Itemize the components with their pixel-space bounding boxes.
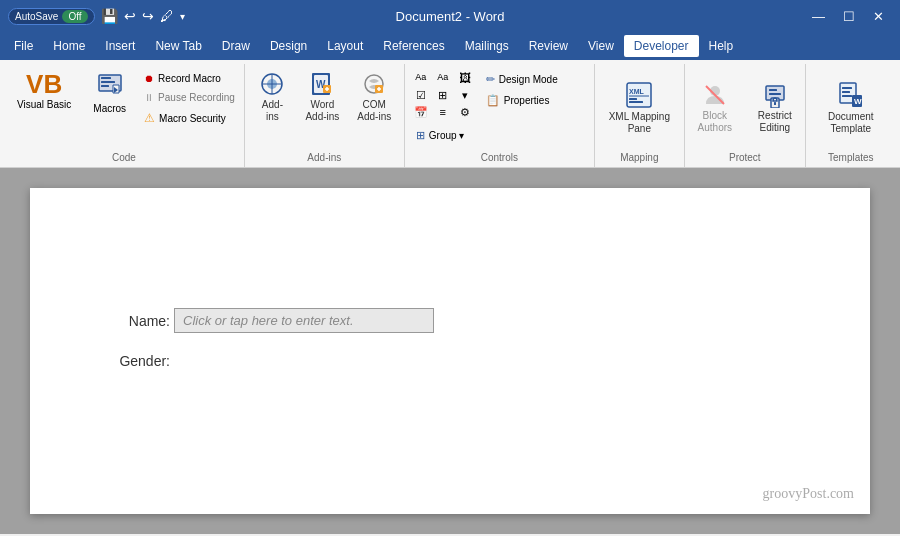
menu-layout[interactable]: Layout <box>317 35 373 57</box>
menu-view[interactable]: View <box>578 35 624 57</box>
svg-text:W: W <box>854 97 862 106</box>
addins-icon <box>259 71 285 99</box>
pause-icon: ⏸ <box>144 92 154 103</box>
design-mode-label: Design Mode <box>499 74 558 85</box>
record-icon: ⏺ <box>144 73 154 84</box>
macro-security-button[interactable]: ⚠ Macro Security <box>139 108 240 128</box>
name-label: Name: <box>110 313 170 329</box>
ctrl-date-icon[interactable]: 📅 <box>411 105 431 120</box>
mapping-group-label: Mapping <box>620 150 658 165</box>
undo-icon[interactable]: ↩ <box>124 8 136 24</box>
properties-button[interactable]: 📋 Properties <box>481 91 563 110</box>
ribbon: VB Visual Basic Macros <box>0 60 900 168</box>
menu-home[interactable]: Home <box>43 35 95 57</box>
maximize-button[interactable]: ☐ <box>835 5 863 28</box>
visual-basic-button[interactable]: VB Visual Basic <box>8 66 80 116</box>
autosave-label: AutoSave <box>15 11 58 22</box>
record-macro-label: Record Macro <box>158 73 221 84</box>
ribbon-group-addins: Add-ins W WordAdd-ins <box>245 64 405 167</box>
gender-label: Gender: <box>110 353 170 369</box>
menu-draw[interactable]: Draw <box>212 35 260 57</box>
menu-references[interactable]: References <box>373 35 454 57</box>
ribbon-group-controls: Aa Aa 🖼 ☑ ⊞ ▾ 📅 ≡ ⚙ ✏ Design Mode <box>405 64 595 167</box>
document-title: Document2 - Word <box>396 9 505 24</box>
ctrl-check-icon[interactable]: ☑ <box>411 88 431 103</box>
close-button[interactable]: ✕ <box>865 5 892 28</box>
word-addins-label: WordAdd-ins <box>305 99 339 123</box>
svg-rect-28 <box>769 89 777 91</box>
svg-rect-20 <box>627 83 651 107</box>
block-authors-label: BlockAuthors <box>698 110 732 134</box>
ribbon-group-code: VB Visual Basic Macros <box>4 64 245 167</box>
save-icon[interactable]: 💾 <box>101 8 118 24</box>
ctrl-dropdown-icon[interactable]: ▾ <box>455 88 475 103</box>
doc-content: Name: Click or tap here to enter text. G… <box>110 308 790 369</box>
menu-mailings[interactable]: Mailings <box>455 35 519 57</box>
menu-file[interactable]: File <box>4 35 43 57</box>
group-label: Group ▾ <box>429 130 465 141</box>
pause-recording-button[interactable]: ⏸ Pause Recording <box>139 89 240 106</box>
svg-rect-2 <box>101 81 115 83</box>
com-addins-button[interactable]: COMAdd-ins <box>350 66 398 128</box>
group-button[interactable]: ⊞ Group ▾ <box>411 126 470 145</box>
ctrl-aa-icon[interactable]: Aa <box>411 70 431 86</box>
menu-help[interactable]: Help <box>699 35 744 57</box>
menu-insert[interactable]: Insert <box>95 35 145 57</box>
xml-mapping-pane-button[interactable]: XML XML MappingPane <box>602 76 677 140</box>
templates-group-label: Templates <box>828 150 874 165</box>
autosave-badge[interactable]: AutoSave Off <box>8 8 95 25</box>
menu-newtab[interactable]: New Tab <box>145 35 211 57</box>
restrict-editing-label: RestrictEditing <box>758 110 792 134</box>
menubar: File Home Insert New Tab Draw Design Lay… <box>0 32 900 60</box>
addins-group-label: Add-ins <box>307 150 341 165</box>
block-authors-icon <box>702 82 728 110</box>
autosave-toggle[interactable]: Off <box>62 10 87 23</box>
svg-rect-33 <box>842 87 852 89</box>
xml-mapping-label: XML MappingPane <box>609 111 670 135</box>
name-field[interactable]: Click or tap here to enter text. <box>174 308 434 333</box>
addins-button[interactable]: Add-ins <box>250 66 294 128</box>
menu-review[interactable]: Review <box>519 35 578 57</box>
customize-icon[interactable]: 🖊 <box>160 8 174 24</box>
gender-row: Gender: <box>110 353 790 369</box>
visual-basic-icon: VB <box>26 71 62 97</box>
ctrl-aa2-icon[interactable]: Aa <box>433 70 453 86</box>
svg-rect-35 <box>842 95 852 97</box>
window-controls: — ☐ ✕ <box>804 5 892 28</box>
protect-group-label: Protect <box>729 150 761 165</box>
properties-icon: 📋 <box>486 94 500 107</box>
name-placeholder: Click or tap here to enter text. <box>183 313 354 328</box>
redo-icon[interactable]: ↪ <box>142 8 154 24</box>
design-mode-button[interactable]: ✏ Design Mode <box>481 70 563 89</box>
document-template-label: DocumentTemplate <box>828 111 874 135</box>
design-mode-icon: ✏ <box>486 73 495 86</box>
menu-developer[interactable]: Developer <box>624 35 699 57</box>
svg-rect-24 <box>629 101 643 103</box>
com-addins-label: COMAdd-ins <box>357 99 391 123</box>
titlebar: AutoSave Off 💾 ↩ ↪ 🖊 ▾ Document2 - Word … <box>0 0 900 32</box>
menu-design[interactable]: Design <box>260 35 317 57</box>
minimize-button[interactable]: — <box>804 5 833 28</box>
com-addins-icon <box>361 71 387 99</box>
record-macro-button[interactable]: ⏺ Record Macro <box>139 70 240 87</box>
ctrl-list-icon[interactable]: ≡ <box>433 105 453 120</box>
xml-mapping-icon: XML <box>625 81 653 111</box>
ribbon-group-mapping: XML XML MappingPane Mapping <box>595 64 685 167</box>
dropdown-arrow-icon[interactable]: ▾ <box>180 11 185 22</box>
macro-security-label: Macro Security <box>159 113 226 124</box>
block-authors-button[interactable]: BlockAuthors <box>689 77 741 139</box>
ctrl-table-icon[interactable]: ⊞ <box>433 88 453 103</box>
group-icon: ⊞ <box>416 129 425 142</box>
document-area: Name: Click or tap here to enter text. G… <box>0 168 900 534</box>
macros-icon <box>97 71 123 103</box>
addins-label: Add-ins <box>262 99 283 123</box>
ctrl-image-icon[interactable]: 🖼 <box>455 70 475 86</box>
name-row: Name: Click or tap here to enter text. <box>110 308 790 333</box>
macros-button[interactable]: Macros <box>84 66 135 119</box>
restrict-editing-button[interactable]: RestrictEditing <box>749 77 801 139</box>
svg-rect-1 <box>101 77 111 79</box>
document-template-button[interactable]: W DocumentTemplate <box>821 76 881 140</box>
ctrl-etc-icon[interactable]: ⚙ <box>455 105 475 120</box>
ribbon-group-protect: BlockAuthors RestrictEditing Protect <box>685 64 806 167</box>
word-addins-button[interactable]: W WordAdd-ins <box>298 66 346 128</box>
